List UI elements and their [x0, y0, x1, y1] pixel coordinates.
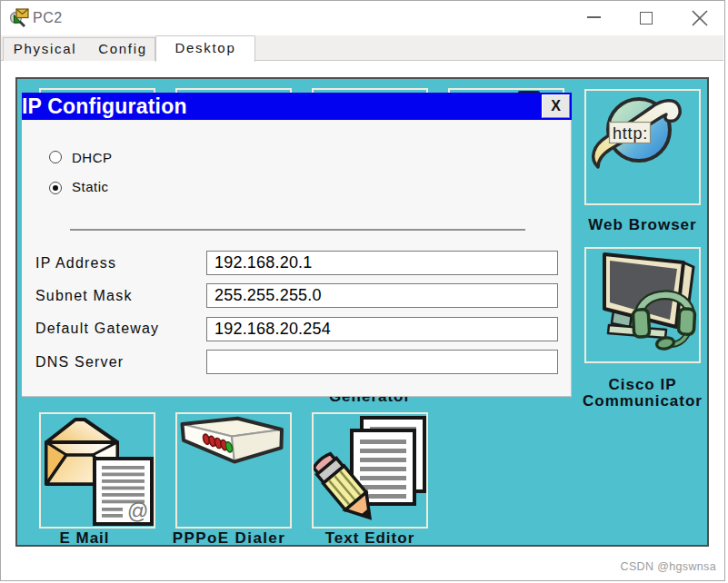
svg-text:http:: http: [613, 124, 648, 143]
svg-text:@: @ [127, 499, 148, 523]
